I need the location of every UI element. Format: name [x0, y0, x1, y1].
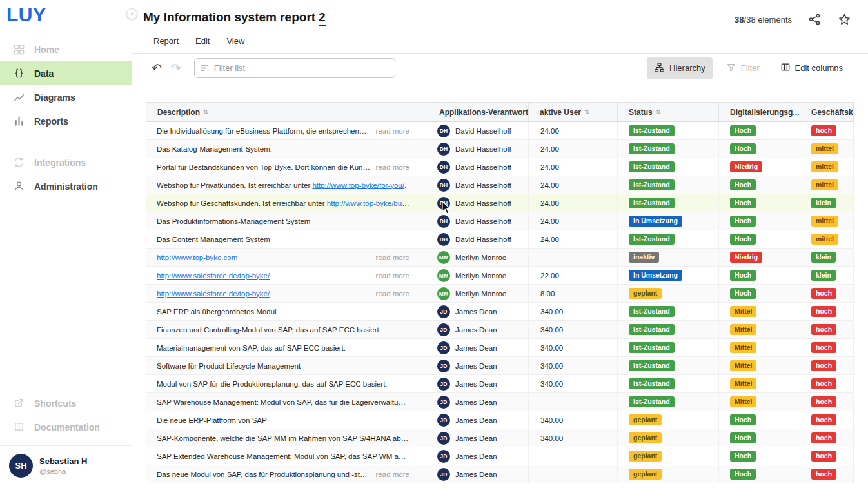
- description-cell: SAP-Komponente, welche die SAP MM im Rah…: [146, 429, 428, 447]
- active-user-cell: 340.00: [529, 375, 618, 392]
- sort-icon[interactable]: ⇅: [656, 108, 661, 116]
- table-row[interactable]: SAP-Komponente, welche die SAP MM im Rah…: [146, 429, 854, 447]
- digitalization-badge: Mittel: [730, 306, 756, 317]
- favorite-star-icon[interactable]: [837, 12, 851, 26]
- luy-logo: LUY: [0, 0, 132, 37]
- sidebar-item-home[interactable]: Home: [0, 37, 132, 61]
- owner-cell: DHDavid Hasselhoff: [428, 212, 529, 230]
- column-header[interactable]: Status⇅: [618, 103, 719, 121]
- description-cell: Das Content Management System: [146, 230, 428, 248]
- digitalization-badge: Hoch: [730, 414, 756, 425]
- menu-report[interactable]: Report: [153, 36, 179, 46]
- table-row[interactable]: SAP Extended Warehouse Management: Modul…: [146, 447, 854, 465]
- redo-button[interactable]: ↷: [171, 62, 181, 74]
- owner-cell: JDJames Dean: [428, 375, 529, 392]
- read-more-link[interactable]: read more: [371, 290, 409, 298]
- criticality-cell: hoch: [800, 447, 854, 465]
- table-row[interactable]: Webshop für Geschäftskunden. Ist erreich…: [146, 194, 854, 212]
- sidebar-item-shortcuts[interactable]: Shortcuts: [0, 391, 132, 415]
- read-more-link[interactable]: read more: [371, 272, 409, 280]
- person-icon: [12, 180, 25, 193]
- table-row[interactable]: Das Katalog-Management-System.DHDavid Ha…: [146, 140, 854, 158]
- column-header[interactable]: aktive User⇅: [529, 103, 618, 121]
- column-header[interactable]: Digitalisierungsg...⇅: [719, 103, 800, 121]
- table-row[interactable]: Das neue Modul von SAP, das für Produkti…: [146, 465, 854, 483]
- user-profile[interactable]: SH Sebastian H @sebha: [0, 445, 132, 488]
- description-link[interactable]: http://www.top-byke/for-you/: [312, 181, 404, 189]
- table-row[interactable]: http://www.salesforce.de/top-byke/read m…: [146, 267, 854, 285]
- description-cell: Software für Product Lifecycle Managemen…: [146, 357, 428, 374]
- hierarchy-icon: [654, 62, 665, 75]
- table-row[interactable]: Portal für Bestandskunden von Top-Byke. …: [146, 158, 854, 176]
- read-more-link[interactable]: read more: [371, 471, 409, 478]
- table-row[interactable]: Finanzen und Controlling-Modul von SAP, …: [146, 321, 854, 339]
- menu-edit[interactable]: Edit: [195, 36, 210, 46]
- table-row[interactable]: Die Individuallösung für eBusiness-Platt…: [146, 122, 854, 140]
- table-row[interactable]: Die neue ERP-Plattform von SAPJDJames De…: [146, 411, 854, 429]
- description-link[interactable]: http://www.salesforce.de/top-byke/: [157, 272, 270, 280]
- table-row[interactable]: Das Content Management SystemDHDavid Has…: [146, 230, 854, 249]
- description-link[interactable]: http://www.top-byke/business/: [327, 199, 409, 207]
- table-row[interactable]: Webshop für Privatkunden. Ist erreichbar…: [146, 176, 854, 194]
- table-row[interactable]: http://www.salesforce.de/top-byke/read m…: [146, 285, 854, 303]
- filter-button[interactable]: Filter: [719, 57, 767, 79]
- share-icon[interactable]: [807, 12, 822, 26]
- page-title-suffix[interactable]: 2: [319, 10, 326, 26]
- read-more-link[interactable]: read more: [371, 254, 409, 261]
- column-header[interactable]: Description⇅: [146, 103, 428, 121]
- sidebar-item-label: Data: [34, 68, 54, 79]
- table-row[interactable]: http://www.top-byke.comread moreMMMerily…: [146, 249, 854, 267]
- table-row[interactable]: SAP Warehouse Management: Modul von SAP,…: [146, 393, 854, 411]
- sidebar-item-data[interactable]: Data: [0, 61, 132, 85]
- read-more-link[interactable]: read more: [371, 127, 409, 135]
- column-header[interactable]: Applikations-Verantwort...⇅: [428, 103, 529, 121]
- digitalization-badge: Niedrig: [730, 161, 762, 172]
- sort-icon[interactable]: ⇅: [203, 108, 208, 116]
- hierarchy-toggle-button[interactable]: Hierarchy: [647, 57, 713, 79]
- status-badge: Ist-Zustand: [629, 198, 675, 208]
- table-row[interactable]: Das Produktinformations-Management Syste…: [146, 212, 854, 230]
- active-user-cell: 340.00: [529, 339, 618, 356]
- dashboard-icon: [12, 43, 25, 56]
- owner-cell: MMMerilyn Monroe: [428, 249, 529, 266]
- owner-name: James Dean: [455, 380, 497, 388]
- criticality-badge: hoch: [811, 342, 836, 353]
- sort-icon[interactable]: ⇅: [584, 108, 589, 116]
- sidebar-item-administration[interactable]: Administration: [0, 174, 132, 198]
- description-cell: Portal für Bestandskunden von Top-Byke. …: [146, 158, 428, 176]
- description-cell: Finanzen und Controlling-Modul von SAP, …: [146, 321, 428, 338]
- status-badge: Ist-Zustand: [629, 396, 675, 407]
- criticality-cell: hoch: [800, 393, 854, 411]
- description-link[interactable]: http://www.salesforce.de/top-byke/: [157, 290, 270, 298]
- table-row[interactable]: SAP ERP als übergeordnetes ModulJDJames …: [146, 303, 854, 321]
- menu-view[interactable]: View: [226, 36, 244, 46]
- sidebar-collapse-button[interactable]: ‹: [126, 8, 137, 19]
- owner-avatar: DH: [437, 197, 450, 210]
- table-row[interactable]: Materialmanagement von SAP, das auf SAP …: [146, 339, 854, 357]
- read-more-link[interactable]: read more: [371, 163, 409, 171]
- criticality-badge: hoch: [811, 469, 836, 480]
- digitalization-cell: Mittel: [719, 375, 800, 392]
- edit-columns-button[interactable]: Edit columns: [773, 57, 850, 79]
- sidebar-item-diagrams[interactable]: Diagrams: [0, 85, 132, 109]
- sidebar-item-documentation[interactable]: Documentation: [0, 415, 132, 439]
- owner-name: James Dean: [455, 452, 497, 460]
- digitalization-badge: Mittel: [730, 396, 756, 407]
- description-text: http://www.salesforce.de/top-byke/: [157, 290, 270, 298]
- criticality-badge: mittel: [811, 234, 838, 245]
- description-link[interactable]: http://www.top-byke.com: [157, 254, 237, 261]
- column-header[interactable]: Geschäftskritik...⇅: [800, 103, 854, 121]
- sidebar-footer: Shortcuts Documentation SH Sebastian H @…: [0, 391, 132, 488]
- table-row[interactable]: Modul von SAP für die Produktionsplanung…: [146, 375, 854, 393]
- undo-button[interactable]: ↶: [152, 62, 162, 74]
- table-row[interactable]: Software für Product Lifecycle Managemen…: [146, 357, 854, 375]
- sidebar-item-reports[interactable]: Reports: [0, 109, 132, 133]
- digitalization-badge: Hoch: [730, 270, 756, 281]
- filter-list-input[interactable]: [194, 58, 395, 78]
- digitalization-badge: Mittel: [730, 342, 756, 353]
- description-cell: Modul von SAP für die Produktionsplanung…: [146, 375, 428, 392]
- sidebar-item-integrations[interactable]: Integrations: [0, 150, 132, 174]
- status-badge: Ist-Zustand: [629, 179, 675, 190]
- owner-avatar: JD: [437, 396, 450, 409]
- digitalization-badge: Hoch: [730, 143, 756, 154]
